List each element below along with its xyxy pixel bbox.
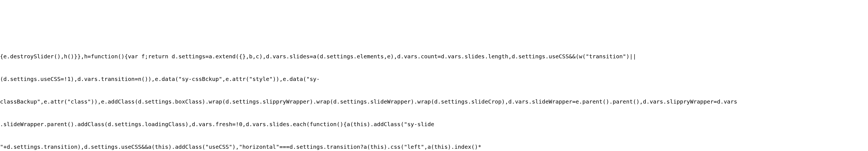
code-line: (d.settings.useCSS=!1),d.vars.transition… <box>0 75 868 83</box>
code-line: "+d.settings.transition),d.settings.useC… <box>0 143 868 151</box>
code-line: classBackup",e.attr("class")),e.addClass… <box>0 98 868 106</box>
code-line: {e.destroySlider(),h()}},h=function(){va… <box>0 53 868 60</box>
code-viewer: {e.destroySlider(),h()}},h=function(){va… <box>0 38 868 151</box>
code-line: .slideWrapper.parent().addClass(d.settin… <box>0 121 868 128</box>
